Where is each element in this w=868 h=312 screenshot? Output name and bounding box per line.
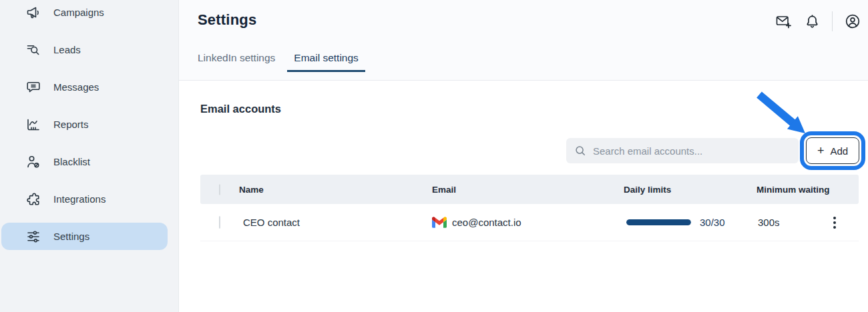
sidebar-item-messages[interactable]: Messages	[1, 73, 168, 101]
select-row-checkbox[interactable]	[219, 216, 220, 229]
column-header-daily-limits: Daily limits	[624, 185, 756, 195]
notifications-button[interactable]	[804, 13, 821, 30]
kebab-icon	[833, 217, 836, 219]
gmail-icon	[432, 217, 447, 228]
minimum-waiting-value: 300s	[756, 217, 832, 228]
tab-linkedin-settings[interactable]: LinkedIn settings	[198, 52, 275, 72]
sidebar-item-label: Integrations	[53, 193, 105, 205]
table-row: CEO contact ceo@contact.io	[200, 204, 859, 241]
app-root: Campaigns Leads	[0, 0, 868, 312]
page-header: Settings	[179, 0, 868, 81]
annotation-highlight-ring: + Add	[800, 131, 865, 170]
column-header-name: Name	[239, 185, 432, 195]
row-menu-button[interactable]	[832, 217, 836, 229]
daily-limits-cell: 30/30	[624, 217, 756, 228]
sidebar-item-label: Blacklist	[53, 156, 90, 167]
page-title: Settings	[198, 11, 256, 29]
sidebar-item-leads[interactable]: Leads	[1, 36, 168, 63]
daily-limit-value: 30/30	[700, 217, 725, 228]
tab-email-settings[interactable]: Email settings	[287, 52, 365, 72]
new-email-icon	[775, 13, 793, 31]
new-email-button[interactable]	[775, 13, 793, 31]
user-blocked-icon	[25, 154, 41, 170]
puzzle-icon	[25, 191, 41, 207]
account-button[interactable]	[844, 13, 861, 30]
account-name: CEO contact	[239, 217, 432, 228]
megaphone-icon	[25, 5, 41, 21]
topbar-divider	[832, 11, 833, 31]
section-title: Email accounts	[200, 103, 281, 115]
sidebar-item-integrations[interactable]: Integrations	[1, 185, 168, 213]
search-icon	[574, 145, 586, 157]
sidebar-item-label: Messages	[53, 81, 99, 93]
topbar-actions	[775, 11, 861, 31]
add-button[interactable]: + Add	[806, 137, 859, 164]
column-header-email: Email	[432, 185, 624, 195]
add-button-label: Add	[830, 145, 848, 157]
sidebar-item-settings[interactable]: Settings	[1, 223, 168, 250]
account-email: ceo@contact.io	[452, 217, 521, 228]
sidebar-item-blacklist[interactable]: Blacklist	[1, 148, 168, 175]
plus-icon: +	[817, 145, 825, 157]
settings-tabs: LinkedIn settings Email settings	[198, 52, 365, 72]
sidebar-item-label: Campaigns	[53, 7, 104, 18]
column-header-minimum-waiting: Minimum waiting	[756, 185, 832, 195]
sliders-icon	[25, 229, 41, 245]
message-bubble-icon	[25, 79, 41, 95]
email-accounts-table: Name Email Daily limits Minimum waiting …	[200, 175, 859, 241]
annotation-arrow-icon	[754, 91, 811, 137]
account-icon	[844, 13, 861, 30]
sidebar-item-label: Settings	[53, 231, 89, 242]
table-header-row: Name Email Daily limits Minimum waiting	[200, 175, 859, 204]
email-settings-panel: Email accounts + Add	[179, 81, 868, 312]
select-all-checkbox[interactable]	[219, 184, 220, 195]
daily-limit-progress-bar	[626, 219, 691, 225]
sidebar: Campaigns Leads	[0, 0, 179, 312]
sidebar-item-campaigns[interactable]: Campaigns	[1, 0, 168, 26]
sidebar-item-label: Reports	[53, 119, 89, 130]
notification-bell-icon	[804, 13, 821, 30]
main-content: Settings	[179, 0, 868, 312]
reports-chart-icon	[25, 117, 41, 133]
leads-search-icon	[25, 42, 41, 58]
sidebar-item-reports[interactable]: Reports	[1, 111, 168, 138]
search-input[interactable]	[593, 145, 791, 157]
search-box	[566, 138, 799, 163]
sidebar-nav: Campaigns Leads	[0, 0, 178, 250]
sidebar-item-label: Leads	[53, 44, 81, 55]
